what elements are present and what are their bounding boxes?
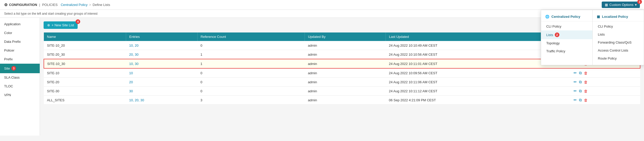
edit-icon[interactable]: ✏ [574, 98, 577, 102]
sidebar-item-tloc[interactable]: TLOC [0, 82, 40, 91]
cell-ref-count: 1 [197, 50, 305, 59]
sidebar-item-vpn[interactable]: VPN [0, 91, 40, 99]
sidebar-item-data-prefix[interactable]: Data Prefix [0, 37, 40, 46]
cell-last-updated: 24 Aug 2022 10:09:56 AM CEST [386, 68, 570, 78]
sidebar-item-policer[interactable]: Policer [0, 46, 40, 55]
sidebar-item-label: Prefix [4, 57, 13, 61]
cell-ref-count: 0 [197, 87, 305, 96]
custom-options-button[interactable]: ▦ Custom Options ▾ 1 [602, 2, 640, 8]
localized-policy-title: Localized Policy [602, 15, 628, 19]
cell-entries[interactable]: 20 [126, 78, 197, 87]
cell-updated-by: admin [305, 78, 386, 87]
sidebar-item-label: VPN [4, 93, 11, 97]
plus-icon: ⊕ [47, 23, 50, 27]
cell-name: SITE-20_30 [44, 50, 126, 59]
localized-forwarding-class[interactable]: Forwarding Class/QoS [593, 38, 644, 46]
new-site-list-badge: 4 [76, 19, 80, 24]
centralized-lists[interactable]: Lists 2 [541, 30, 592, 39]
localized-policy-dropdown: ▦ Localized Policy CLI Policy Lists Forw… [592, 10, 644, 65]
edit-icon[interactable]: ✏ [574, 89, 577, 93]
top-bar: ⚙ CONFIGURATION | POLICIES Centralized P… [0, 0, 644, 10]
sidebar-item-label: Site [4, 67, 10, 70]
copy-icon[interactable]: ⧉ [579, 71, 582, 75]
edit-icon[interactable]: ✏ [574, 71, 577, 75]
localized-cli-policy[interactable]: CLI Policy [593, 22, 644, 30]
centralized-policy-dropdown: 🌐 Centralized Policy CLI Policy Lists 2 … [541, 10, 592, 65]
cell-updated-by: admin [305, 41, 386, 50]
copy-icon[interactable]: ⧉ [579, 98, 582, 102]
sidebar-item-sla-class[interactable]: SLA Class [0, 73, 40, 82]
dropdown-arrow-icon: ▾ [635, 3, 637, 7]
policies-label: POLICIES [42, 3, 58, 7]
sidebar-item-application[interactable]: Application [0, 20, 40, 29]
centralized-cli-policy[interactable]: CLI Policy [541, 22, 592, 30]
sidebar-item-color[interactable]: Color [0, 29, 40, 37]
subtitle-text: Select a list type on the left and start… [4, 12, 97, 15]
breadcrumb-current: Define Lists [93, 3, 110, 7]
globe-icon: 🌐 [545, 15, 549, 19]
grid-icon: ▦ [605, 3, 608, 7]
cell-name: ALL_SITES [44, 96, 126, 105]
sidebar-item-label: Color [4, 31, 12, 35]
sidebar: Application Color Data Prefix Policer Pr… [0, 18, 40, 136]
gear-icon: ⚙ [4, 3, 7, 7]
sidebar-item-label: SLA Class [4, 76, 20, 79]
cell-name: SITE-10_30 [44, 59, 126, 68]
table-row: SITE-30 30 0 admin 24 Aug 2022 10:11:12 … [44, 87, 640, 96]
breadcrumb: Centralized Policy > Define Lists [61, 3, 110, 7]
centralized-traffic-policy[interactable]: Traffic Policy [541, 47, 592, 55]
breadcrumb-policy[interactable]: Centralized Policy [61, 3, 87, 7]
grid-icon: ▦ [597, 15, 600, 19]
localized-lists[interactable]: Lists [593, 30, 644, 38]
localized-acl[interactable]: Access Control Lists [593, 46, 644, 54]
sidebar-item-prefix[interactable]: Prefix [0, 55, 40, 64]
col-name: Name [44, 32, 126, 41]
cell-name: SITE-20 [44, 78, 126, 87]
localized-route-policy[interactable]: Route Policy [593, 54, 644, 62]
cell-actions: ✏ ⧉ 🗑 [570, 68, 640, 78]
config-label: CONFIGURATION [9, 3, 37, 7]
cell-ref-count: 0 [197, 41, 305, 50]
col-updated-by: Updated By [305, 32, 386, 41]
cell-updated-by: admin [305, 59, 386, 68]
delete-icon[interactable]: 🗑 [584, 98, 588, 102]
cell-entries[interactable]: 10, 30 [126, 59, 197, 68]
table-row: ALL_SITES 10, 20, 30 3 admin 06 Sep 2022… [44, 96, 640, 105]
cell-entries[interactable]: 20, 30 [126, 50, 197, 59]
cell-entries[interactable]: 30 [126, 87, 197, 96]
table-row: SITE-20 20 0 admin 24 Aug 2022 10:11:06 … [44, 78, 640, 87]
centralized-policy-header: 🌐 Centralized Policy [541, 13, 592, 21]
cell-actions: ✏ ⧉ 🗑 [570, 78, 640, 87]
delete-icon[interactable]: 🗑 [584, 80, 588, 84]
cell-name: SITE-10_20 [44, 41, 126, 50]
centralized-topology[interactable]: Topology [541, 39, 592, 47]
cell-entries[interactable]: 10, 20 [126, 41, 197, 50]
sidebar-item-label: Application [4, 22, 21, 26]
sidebar-item-label: Data Prefix [4, 40, 21, 44]
new-site-list-button[interactable]: ⊕ + New Site List 4 [44, 21, 78, 29]
col-entries: Entries [126, 32, 197, 41]
sidebar-item-label: TLOC [4, 84, 13, 88]
edit-icon[interactable]: ✏ [574, 80, 577, 84]
cell-last-updated: 24 Aug 2022 10:11:06 AM CEST [386, 78, 570, 87]
cell-updated-by: admin [305, 50, 386, 59]
separator: | [39, 3, 40, 7]
delete-icon[interactable]: 🗑 [584, 71, 588, 75]
col-ref-count: Reference Count [197, 32, 305, 41]
cell-updated-by: admin [305, 68, 386, 78]
cell-name: SITE-10 [44, 68, 126, 78]
copy-icon[interactable]: ⧉ [579, 80, 582, 84]
cell-last-updated: 06 Sep 2022 4:21:09 PM CEST [386, 96, 570, 105]
cell-actions: ✏ ⧉ 🗑 [570, 96, 640, 105]
sidebar-item-site[interactable]: Site 3 [0, 64, 40, 73]
cell-ref-count: 0 [197, 68, 305, 78]
cell-entries[interactable]: 10 [126, 68, 197, 78]
cell-updated-by: admin [305, 87, 386, 96]
config-title: ⚙ CONFIGURATION | POLICIES [4, 3, 58, 7]
copy-icon[interactable]: ⧉ [579, 89, 582, 93]
breadcrumb-sep: > [89, 3, 91, 7]
delete-icon[interactable]: 🗑 [584, 89, 588, 93]
sidebar-site-badge: 3 [11, 66, 16, 71]
lists-badge: 2 [555, 32, 559, 37]
cell-entries[interactable]: 10, 20, 30 [126, 96, 197, 105]
